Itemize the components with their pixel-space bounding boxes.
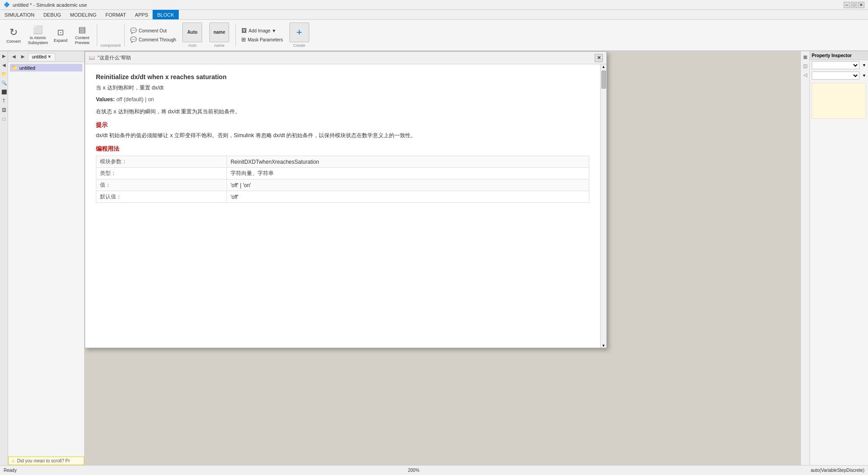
dialog-title-text: 📖 "这是什么"帮助: [89, 54, 131, 61]
sidebar-icon-shape[interactable]: ⬛: [0, 88, 8, 95]
table-row: 默认值： 'off': [96, 191, 589, 203]
component-section-label: component: [101, 43, 121, 48]
expand-icon: ⊡: [57, 27, 64, 37]
add-image-label: Add Image ▼: [249, 28, 276, 33]
property-row-2: ▼: [810, 71, 868, 81]
sidebar-icon-search[interactable]: 🔍: [0, 79, 8, 86]
divider-3: [235, 24, 236, 46]
browser-tab[interactable]: untitled ✕: [28, 53, 55, 60]
sidebar-icon-browser[interactable]: 📁: [0, 70, 8, 77]
main-layout: ▶ ◀ 📁 🔍 ⬛ T 🖼 □ ◀ ▶ untitled ✕ 📁 untitle…: [0, 51, 868, 465]
help-values-text: off (default) | on: [116, 96, 154, 103]
sidebar-icon-2[interactable]: ◀: [0, 61, 8, 68]
right-icon-2[interactable]: ◫: [802, 62, 809, 69]
property-dropdown-1[interactable]: [812, 61, 859, 69]
menu-block[interactable]: BLOCK: [153, 10, 178, 19]
name-button[interactable]: name: [209, 22, 229, 42]
convert-label: Convert: [6, 39, 21, 44]
name-label: name: [214, 43, 225, 48]
right-sidebar: ▦ ◫ ◁: [800, 51, 809, 465]
sidebar-icon-image[interactable]: 🖼: [0, 106, 8, 113]
scroll-up-button[interactable]: ▲: [601, 64, 606, 69]
help-table: 模块参数： ReinitDXDTwhenXreachesSaturation 类…: [96, 156, 589, 203]
mask-parameters-icon: ⊞: [241, 36, 246, 43]
convert-icon: ↻: [9, 27, 18, 38]
dialog-title-icon: 📖: [89, 55, 95, 61]
is-atomic-label: Is AtomicSubsystem: [28, 36, 48, 45]
scroll-thumb[interactable]: [601, 71, 606, 89]
property-panel: Property Inspector ▼ ▼: [809, 51, 868, 465]
help-description: 在状态 x 达到饱和的瞬间，将 dx/dt 重置为其当前初始条件。: [96, 108, 589, 116]
close-button[interactable]: ✕: [858, 2, 864, 8]
dialog-titlebar: 📖 "这是什么"帮助 ✕: [85, 52, 606, 64]
right-icon-collapse[interactable]: ◁: [802, 71, 809, 78]
minimize-button[interactable]: ─: [844, 2, 850, 8]
dialog-title-label: "这是什么"帮助: [98, 54, 131, 61]
property-dropdown-2[interactable]: [812, 72, 859, 80]
sidebar-icon-1[interactable]: ▶: [0, 52, 8, 59]
dropdown-1-chevron: ▼: [862, 63, 866, 67]
canvas-area[interactable]: 📖 "这是什么"帮助 ✕ Reinitialize dx/dt when x r…: [85, 51, 800, 465]
table-row: 模块参数： ReinitDXDTwhenXreachesSaturation: [96, 156, 589, 168]
nav-forward-button[interactable]: ▶: [19, 53, 27, 61]
add-image-icon: 🖼: [241, 27, 247, 34]
comment-through-button[interactable]: 💬 Comment Through: [128, 36, 178, 44]
auto-button[interactable]: Auto: [182, 22, 202, 42]
comment-out-label: Comment Out: [139, 28, 167, 33]
content-preview-label: ContentPreview: [75, 36, 90, 45]
tree-item-untitled[interactable]: 📁 untitled: [10, 64, 82, 72]
warn-icon: ⚠: [11, 458, 15, 463]
browser-toolbar: ◀ ▶ untitled ✕: [8, 51, 84, 62]
menu-format[interactable]: FORMAT: [101, 10, 131, 19]
help-dialog: 📖 "这是什么"帮助 ✕ Reinitialize dx/dt when x r…: [85, 51, 607, 348]
nav-back-button[interactable]: ◀: [10, 53, 18, 61]
app-icon: 🔷: [4, 2, 10, 8]
status-left: Ready: [4, 468, 17, 473]
content-preview-button[interactable]: ▤ ContentPreview: [72, 24, 93, 46]
menu-apps[interactable]: APPS: [131, 10, 153, 19]
menu-bar: SIMULATION DEBUG MODELING FORMAT APPS BL…: [0, 10, 868, 20]
help-main-title: Reinitialize dx/dt when x reaches satura…: [96, 73, 589, 81]
help-values-label: Values:: [96, 96, 115, 103]
sidebar-icon-box[interactable]: □: [0, 115, 8, 122]
expand-button[interactable]: ⊡ Expand: [52, 27, 70, 44]
convert-button[interactable]: ↻ Convert: [3, 26, 24, 45]
auto-icon: Auto: [187, 30, 198, 35]
window-title: untitled * - Simulink academic use: [13, 2, 87, 8]
scroll-down-button[interactable]: ▼: [601, 343, 606, 348]
table-key-2: 值：: [96, 179, 227, 191]
table-value-1: 字符向量、字符串: [226, 168, 589, 179]
menu-simulation[interactable]: SIMULATION: [0, 10, 39, 19]
content-preview-icon: ▤: [78, 25, 86, 35]
name-icon: name: [213, 30, 225, 35]
dialog-body: Reinitialize dx/dt when x reaches satura…: [85, 64, 606, 348]
help-values-line: Values: off (default) | on: [96, 96, 589, 103]
help-tip-title: 提示: [96, 121, 589, 129]
title-bar: 🔷 untitled * - Simulink academic use ─ □…: [0, 0, 868, 10]
sidebar-icon-text[interactable]: T: [0, 97, 8, 104]
browser-panel: ◀ ▶ untitled ✕ 📁 untitled ⚠ Did you mean…: [8, 51, 85, 465]
comment-out-icon: 💬: [130, 27, 137, 34]
dialog-scrollbar[interactable]: ▲ ▼: [600, 64, 606, 348]
mask-parameters-button[interactable]: ⊞ Mask Parameters: [240, 36, 285, 44]
status-bar: Ready 200% auto(VariableStepDiscrete): [0, 465, 868, 475]
right-icon-1[interactable]: ▦: [802, 53, 809, 60]
maximize-button[interactable]: □: [851, 2, 857, 8]
comment-out-button[interactable]: 💬 Comment Out: [128, 27, 178, 35]
menu-debug[interactable]: DEBUG: [39, 10, 65, 19]
help-chinese-desc: 当 x 达到饱和时，重置 dx/dt: [96, 84, 589, 92]
browser-tab-close[interactable]: ✕: [48, 54, 51, 59]
create-button[interactable]: +: [289, 22, 309, 42]
table-value-3: 'off': [226, 191, 589, 203]
dialog-content: Reinitialize dx/dt when x reaches satura…: [85, 64, 600, 348]
help-programming-title: 编程用法: [96, 145, 589, 153]
create-label: Create: [293, 43, 305, 48]
left-sidebar: ▶ ◀ 📁 🔍 ⬛ T 🖼 □: [0, 51, 8, 465]
is-atomic-subsystem-button[interactable]: ⬜ Is AtomicSubsystem: [26, 24, 50, 46]
divider-1: [97, 24, 97, 46]
menu-modeling[interactable]: MODELING: [66, 10, 101, 19]
is-atomic-icon: ⬜: [33, 25, 43, 35]
add-image-button[interactable]: 🖼 Add Image ▼: [240, 27, 285, 35]
table-row: 值： 'off' | 'on': [96, 179, 589, 191]
dialog-close-button[interactable]: ✕: [595, 54, 603, 62]
